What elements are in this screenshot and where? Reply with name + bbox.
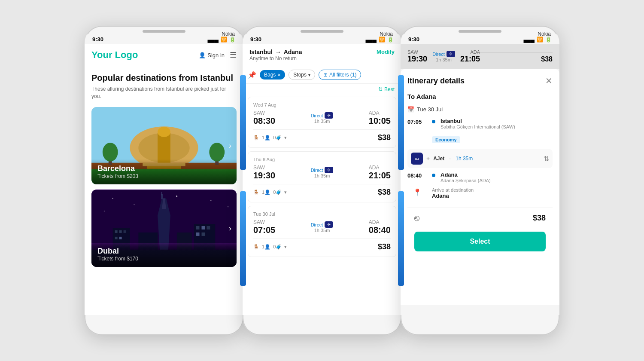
connector-1 [240,30,246,331]
svg-rect-9 [158,133,170,163]
flight-date-2: Thu 8 Aug [253,157,391,162]
svg-rect-32 [196,226,200,229]
flight-info-row: AJ + AJet · 1h 35m ⇅ [407,149,553,168]
flight-bottom-1: 🪑 1👤 0🧳 ▾ $38 [253,129,391,142]
status-bar-2: 9:30 ▄▄▄ 🛜 🔋 [243,34,401,44]
departure-info: Istanbul Sabiha Gökçen International (SA… [440,118,553,129]
battery-icon-2: 🔋 [387,37,394,43]
stops-filter[interactable]: Stops ▾ [289,70,315,80]
destination-arrive-row: 📍 Arrive at destination Adana [407,187,553,199]
flight-price-3: $38 [378,242,391,251]
main-scene: Nokia 9:30 ▄▄▄ 🛜 🔋 Your Logo 👤 Sign in ☰ [0,0,644,361]
cabin-class-section: Economy [407,134,553,146]
dubai-arrow[interactable]: › [229,223,231,233]
itinerary-modal: Itinerary details ✕ To Adana 📅 Tue 30 Ju… [401,69,559,305]
svg-point-17 [210,200,211,201]
flight-card-2[interactable]: Thu 8 Aug SAW 19:30 Direct ✈ 1h 35m [248,151,396,202]
expand-icon-2[interactable]: ▾ [284,190,287,195]
top-airline-badge: ✈ [447,51,455,57]
economy-badge: Economy [432,136,460,143]
share-button[interactable]: ⎋ [414,213,419,223]
barcelona-arrow[interactable]: › [229,141,231,150]
nokia-label-2: Nokia [380,31,393,37]
bags-label: Bags [264,72,276,78]
destination-pin-icon: 📍 [407,188,427,196]
footer-price: $38 [533,214,546,223]
select-button[interactable]: Select [414,232,546,251]
home-title: Popular destinations from Istanbul [91,73,237,83]
airline-badge-3: ✈ [325,221,333,228]
route-arrow: → [275,49,281,55]
hamburger-menu[interactable]: ☰ [230,50,237,60]
status-icons-1: ▄▄▄ 🛜 🔋 [207,37,236,43]
wifi-icon-3: 🛜 [537,37,543,43]
expand-flight-icon[interactable]: ⇅ [544,155,549,163]
arrival-row: 08:40 Adana Adana Şekirpasa (ADA) [407,171,553,183]
status-time-2: 9:30 [250,36,261,43]
departure-airport: Sabiha Gökçen International (SAW) [440,124,553,129]
to-destination-label: To Adana [407,93,553,100]
arrival-airport: Adana Şekirpasa (ADA) [440,178,553,183]
modify-button[interactable]: Modify [377,49,395,55]
home-subtitle: These alluring destinations from Istanbu… [91,86,237,100]
sign-in-button[interactable]: 👤 Sign in [199,52,225,58]
flight-route: Istanbul → Adana [249,49,302,55]
flight-times-1: SAW 08:30 Direct ✈ 1h 35m ADA 10:05 [253,110,391,126]
dubai-card[interactable]: Dubai Tickets from $170 › [91,190,237,267]
phone-2-content: Istanbul → Adana Anytime to No return Mo… [243,44,401,315]
flight-to-code-2: ADA [369,165,391,171]
all-filters-label: All filters (1) [329,72,356,78]
arrive-at-label: Arrive at destination [432,187,474,193]
modal-close-button[interactable]: ✕ [545,76,553,86]
flight-from-time-1: 08:30 [253,116,275,126]
expand-icon-3[interactable]: ▾ [284,244,287,250]
status-time-1: 9:30 [92,36,103,43]
flight-middle-3: Direct ✈ 1h 35m [275,221,369,233]
flight-middle-1: Direct ✈ 1h 35m [275,112,369,124]
modal-title: Itinerary details [407,76,465,86]
sort-best[interactable]: ⇅ Best [378,86,395,92]
destination-info: Arrive at destination Adana [432,187,474,199]
flight-from-time-2: 19:30 [253,171,275,180]
route-from: Istanbul [249,49,273,55]
flight-price-1: $38 [378,133,391,142]
flight-bottom-3: 🪑 1👤 0🧳 ▾ $38 [253,239,391,251]
bag-icon-3: 0🧳 [273,244,282,250]
sort-row: ⇅ Best [243,84,401,93]
connector-2 [398,30,404,331]
svg-rect-26 [115,230,118,233]
barcelona-price: Tickets from $203 [97,173,231,179]
svg-point-16 [176,196,177,197]
header-actions: 👤 Sign in ☰ [199,50,237,60]
bags-filter[interactable]: Bags ✕ [260,70,285,80]
flight-price-2: $38 [378,188,391,197]
passenger-icon-2: 1👤 [262,190,270,195]
nokia-label-1: Nokia [222,31,235,37]
stops-arrow: ▾ [308,73,310,77]
departure-dot [432,120,435,123]
itinerary-date: 📅 Tue 30 Jul [407,106,553,113]
flight-card-1[interactable]: Wed 7 Aug SAW 08:30 Direct ✈ 1h 35m [248,97,396,148]
phone-notch-1 [143,30,185,33]
home-header: Your Logo 👤 Sign in ☰ [85,44,243,66]
all-filters[interactable]: ⊞ All filters (1) [319,70,361,80]
flight-bottom-2: 🪑 1👤 0🧳 ▾ $38 [253,184,391,197]
flight-times-3: SAW 07:05 Direct ✈ 1h 35m ADA 08:40 [253,219,391,235]
battery-icon-3: 🔋 [545,37,552,43]
bags-close[interactable]: ✕ [277,73,281,77]
home-body: Popular destinations from Istanbul These… [85,66,243,279]
arrival-info: Adana Adana Şekirpasa (ADA) [440,171,553,183]
barcelona-card[interactable]: Barcelona Tickets from $203 › [91,107,237,184]
top-direct-label: Direct [432,52,445,57]
svg-rect-30 [119,236,122,239]
dubai-price: Tickets from $170 [97,256,231,262]
battery-icon-1: 🔋 [229,37,236,43]
modal-header: Itinerary details ✕ [407,76,553,86]
flight-card-3[interactable]: Tue 30 Jul SAW 07:05 Direct ✈ 1h 35m [248,206,396,257]
modal-footer: ⎋ $38 [407,208,553,228]
flights-header: Istanbul → Adana Anytime to No return Mo… [243,44,401,66]
svg-rect-34 [207,226,210,229]
route-to: Adana [284,49,302,55]
status-bar-1: 9:30 ▄▄▄ 🛜 🔋 [85,34,243,44]
expand-icon-1[interactable]: ▾ [284,135,287,141]
